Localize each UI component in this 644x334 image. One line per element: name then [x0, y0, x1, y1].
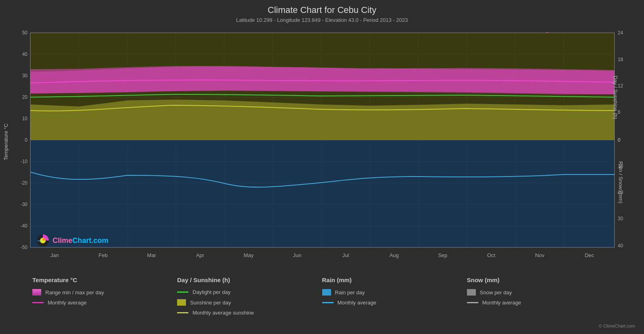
axis-label-right-top: Day / Sunshine (h) — [613, 76, 619, 119]
legend-swatch-snow — [467, 289, 476, 296]
chart-title: Climate Chart for Cebu City — [0, 0, 644, 15]
svg-text:50: 50 — [22, 30, 28, 36]
svg-text:Dec: Dec — [585, 252, 594, 258]
legend-item-snow-avg: Monthly average — [467, 300, 612, 306]
legend-col-rain: Rain (mm) Rain per day Monthly average — [322, 277, 467, 327]
legend-label-temp-avg: Monthly average — [48, 300, 87, 306]
legend-col-temperature: Temperature °C Range min / max per day M… — [32, 277, 177, 327]
svg-text:May: May — [244, 252, 254, 258]
legend-swatch-rain — [322, 289, 331, 296]
svg-text:-30: -30 — [21, 202, 28, 207]
chart-subtitle: Latitude 10.299 - Longitude 123.849 - El… — [0, 17, 644, 23]
svg-text:Jul: Jul — [342, 252, 349, 258]
legend-swatch-sunshine — [177, 299, 186, 306]
svg-text:Sep: Sep — [438, 252, 447, 258]
legend-col-sunshine: Day / Sunshine (h) Daylight per day Suns… — [177, 277, 322, 327]
svg-text:-50: -50 — [21, 245, 28, 250]
legend-label-snow-per-day: Snow per day — [480, 289, 512, 296]
legend-line-temp-avg — [32, 302, 44, 303]
svg-text:40: 40 — [618, 243, 623, 249]
legend-label-rain-per-day: Rain per day — [335, 289, 365, 296]
svg-text:20: 20 — [22, 94, 28, 100]
legend-title-temperature: Temperature °C — [32, 277, 177, 283]
svg-text:18: 18 — [618, 57, 623, 62]
svg-text:40: 40 — [22, 51, 28, 57]
legend-line-daylight — [177, 291, 188, 293]
legend-label-rain-avg: Monthly average — [338, 300, 376, 306]
legend-title-rain: Rain (mm) — [322, 277, 467, 283]
svg-text:Aug: Aug — [389, 252, 399, 258]
legend-area: Temperature °C Range min / max per day M… — [0, 269, 644, 334]
svg-text:-20: -20 — [21, 180, 28, 186]
legend-col-snow: Snow (mm) Snow per day Monthly average — [467, 277, 612, 327]
legend-title-snow: Snow (mm) — [467, 277, 612, 283]
svg-text:Apr: Apr — [196, 252, 205, 258]
legend-line-snow-avg — [467, 302, 478, 303]
svg-text:-40: -40 — [21, 223, 28, 229]
axis-label-right-bottom: Rain / Snow (mm) — [617, 161, 623, 203]
legend-item-sunshine-avg: Monthly average sunshine — [177, 310, 322, 316]
legend-item-sunshine-per-day: Sunshine per day — [177, 299, 322, 306]
svg-text:0: 0 — [618, 137, 621, 143]
svg-text:-10: -10 — [21, 159, 28, 164]
legend-label-sunshine-avg: Monthly average sunshine — [192, 310, 254, 316]
legend-line-sunshine-avg — [177, 312, 188, 313]
svg-text:24: 24 — [618, 30, 623, 36]
svg-text:Mar: Mar — [147, 252, 156, 258]
legend-label-snow-avg: Monthly average — [482, 300, 521, 306]
svg-text:Oct: Oct — [487, 252, 496, 258]
legend-item-daylight: Daylight per day — [177, 289, 322, 295]
legend-title-sunshine: Day / Sunshine (h) — [177, 277, 322, 283]
logo-text-bottom: ClimeChart.com — [53, 236, 108, 245]
svg-text:Feb: Feb — [99, 252, 108, 258]
svg-text:30: 30 — [22, 73, 28, 79]
axis-label-left: Temperature °C — [3, 123, 9, 160]
logo-icon-bottom — [36, 234, 49, 247]
svg-text:30: 30 — [618, 216, 623, 221]
svg-text:Jun: Jun — [293, 252, 302, 258]
svg-text:Nov: Nov — [535, 252, 545, 258]
svg-text:Jan: Jan — [51, 252, 59, 258]
legend-item-rain-avg: Monthly average — [322, 300, 467, 306]
svg-text:0: 0 — [25, 137, 27, 143]
logo-bottom-left: ClimeChart.com — [36, 234, 108, 247]
legend-label-sunshine: Sunshine per day — [190, 300, 231, 306]
legend-line-rain-avg — [322, 302, 334, 303]
legend-label-daylight: Daylight per day — [192, 289, 230, 295]
legend-item-rain-per-day: Rain per day — [322, 289, 467, 296]
copyright: © ClimeChart.com — [599, 323, 635, 328]
legend-item-temp-avg: Monthly average — [32, 300, 177, 306]
legend-swatch-temp-range — [32, 289, 41, 296]
legend-label-temp-range: Range min / max per day — [45, 289, 104, 296]
chart-container: Climate Chart for Cebu City Latitude 10.… — [0, 0, 644, 334]
svg-text:10: 10 — [22, 116, 28, 121]
legend-item-temp-range: Range min / max per day — [32, 289, 177, 296]
legend-item-snow-per-day: Snow per day — [467, 289, 612, 296]
